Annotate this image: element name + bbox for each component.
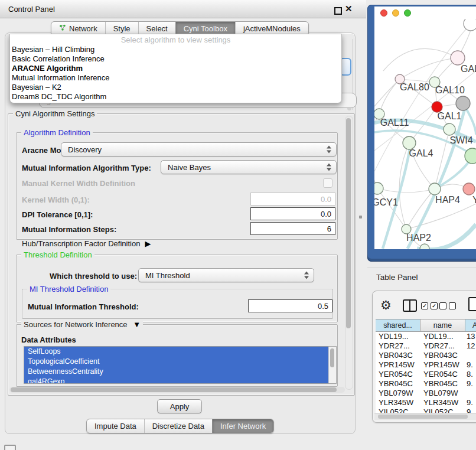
table-hscrollbar-thumb[interactable] (378, 415, 468, 419)
which-threshold-combo[interactable]: MI Threshold (138, 268, 314, 282)
table-row[interactable]: YBR045CYBR045C9. (376, 379, 476, 389)
select-all-columns-icon[interactable]: ✓ ✓ (421, 302, 438, 309)
attributes-scrollbar-track[interactable] (328, 347, 336, 383)
tab-label: Cyni Toolbox (184, 24, 227, 33)
table-row[interactable]: YLR345WYLR345W9. (376, 398, 476, 407)
network-node[interactable] (464, 19, 476, 31)
kernel-width-value: 0.0 (321, 195, 331, 204)
table-cell (465, 389, 476, 398)
table-cell: YPR145W (420, 360, 465, 370)
attributes-scrollbar-thumb[interactable] (330, 348, 334, 367)
apply-button[interactable]: Apply (157, 399, 202, 413)
network-node-swi4[interactable] (465, 148, 476, 164)
network-edge[interactable] (406, 204, 476, 229)
network-node[interactable] (456, 96, 470, 110)
window-close-traffic-light[interactable] (380, 9, 387, 17)
network-node[interactable] (444, 123, 455, 135)
table-row[interactable]: YIL052CYIL052C9. (376, 407, 476, 413)
sources-legend[interactable]: Sources for Network Inference ▼ (21, 320, 143, 329)
network-node-y[interactable] (463, 183, 475, 195)
attribute-item-gal4rgexp[interactable]: gal4RGexp (24, 377, 328, 384)
minimized-panel-icon[interactable] (4, 445, 16, 450)
table-settings-gear-icon[interactable]: ⚙ (380, 298, 392, 313)
table-row[interactable]: YDL19...YDL19...13 (376, 332, 476, 341)
table-cell: YBL079W (420, 389, 465, 398)
algorithm-definition-legend: Algorithm Definition (21, 128, 93, 137)
mi-threshold-value: 0.5 (318, 302, 328, 311)
algorithm-item-dream8-dc-tdc-algorithm[interactable]: Dream8 DC_TDC Algorithm (10, 92, 341, 102)
mi-type-combo[interactable]: Naive Bayes (161, 160, 337, 174)
tab-infer-network[interactable]: Infer Network (212, 419, 273, 433)
algorithm-item-bayesian-hill-climbing[interactable]: Bayesian – Hill Climbing (10, 45, 341, 54)
algorithm-dropdown-popup: Select algorithm to view settings Bayesi… (9, 34, 342, 103)
network-node-gal[interactable] (451, 51, 465, 65)
algorithm-item-mutual-information-inference[interactable]: Mutual Information Inference (10, 73, 341, 83)
tab-label: Discretize Data (152, 422, 204, 431)
dpi-tolerance-field[interactable]: 0.0 (250, 207, 335, 220)
column-header-shared[interactable]: shared... (376, 319, 420, 332)
mi-threshold-label: Mutual Information Threshold: (28, 302, 139, 311)
float-window-icon[interactable] (334, 7, 342, 15)
close-icon[interactable]: ✕ (345, 4, 353, 14)
window-zoom-traffic-light[interactable] (404, 9, 411, 17)
algorithm-item-bayesian-k2[interactable]: Bayesian – K2 (10, 83, 341, 92)
table-hscrollbar-track[interactable] (374, 413, 476, 420)
network-node-gal4[interactable] (403, 136, 416, 149)
network-canvas[interactable]: GALGAL80GAL10GAL1GAL11SWI4GAL4GCY1HAP4YH… (374, 19, 476, 249)
kernel-width-field[interactable]: 0.0 (250, 193, 335, 206)
network-edge[interactable] (400, 58, 458, 79)
network-node-gcy1[interactable] (374, 182, 383, 194)
column-header-a[interactable]: A (465, 319, 476, 332)
settings-scrollbar-thumb[interactable] (346, 118, 351, 328)
checked-box-icon: ✓ (431, 302, 438, 309)
table-cell: YIL052C (376, 407, 420, 413)
data-attributes-label: Data Attributes (21, 335, 76, 344)
mi-threshold-legend: MI Threshold Definition (27, 285, 110, 294)
node-label-gal: GAL (461, 64, 476, 74)
window-minimize-traffic-light[interactable] (392, 9, 399, 17)
network-edge[interactable] (377, 188, 435, 193)
algorithm-item-basic-correlation-inference[interactable]: Basic Correlation Inference (10, 54, 341, 64)
network-node-hap4[interactable] (429, 183, 441, 195)
dpi-tolerance-value: 0.0 (321, 210, 331, 219)
column-layout-icon[interactable] (403, 299, 417, 312)
hub-definition-toggle[interactable]: Hub/Transcription Factor Definition ▶ (22, 239, 151, 248)
network-edge[interactable] (374, 114, 379, 188)
new-table-icon[interactable] (468, 297, 476, 311)
network-edge[interactable] (374, 79, 400, 106)
table-cell: YDR27... (376, 341, 420, 351)
kernel-width-label: Kernel Width (0,1): (22, 195, 90, 204)
aracne-mode-combo[interactable]: Discovery (61, 142, 337, 156)
settings-hscrollbar-thumb[interactable] (11, 387, 337, 392)
network-edge[interactable] (379, 79, 400, 114)
mi-steps-field[interactable]: 6 (250, 222, 335, 235)
mi-steps-label: Mutual Information Steps: (22, 225, 116, 234)
table-cell: YBR045C (376, 379, 420, 389)
attribute-item-selfloops[interactable]: SelfLoops (24, 347, 328, 357)
manual-kernel-checkbox[interactable] (323, 178, 332, 188)
panel-splitter-handle[interactable] (359, 216, 362, 219)
node-label-gal1: GAL1 (438, 111, 462, 121)
deselect-all-columns-icon[interactable] (439, 302, 456, 309)
algorithm-item-aracne-algorithm[interactable]: ARACNE Algorithm (10, 64, 341, 73)
unchecked-box-icon (449, 302, 456, 309)
table-row[interactable]: YBL079WYBL079W (376, 389, 476, 398)
tab-discretize-data[interactable]: Discretize Data (144, 419, 212, 433)
settings-hscrollbar-track[interactable] (9, 387, 345, 393)
settings-scrollbar-track[interactable] (345, 116, 353, 390)
table-cell: 9. (465, 379, 476, 389)
tab-impute-data[interactable]: Impute Data (87, 419, 144, 433)
attribute-item-topologicalcoefficient[interactable]: TopologicalCoefficient (24, 357, 328, 367)
table-row[interactable]: YBR043CYBR043C (376, 351, 476, 360)
table-cell: YIL052C (420, 407, 465, 413)
table-row[interactable]: YPR145WYPR145W9. (376, 360, 476, 370)
column-header-name[interactable]: name (420, 319, 465, 332)
checked-box-icon: ✓ (421, 302, 428, 309)
network-node[interactable] (420, 244, 429, 249)
table-cell: 9. (465, 407, 476, 413)
table-cell: YER054C (420, 370, 465, 379)
table-row[interactable]: YDR27...YDR27...12 (376, 341, 476, 351)
attribute-item-betweennesscentrality[interactable]: BetweennessCentrality (24, 367, 328, 377)
mi-threshold-field[interactable]: 0.5 (248, 299, 332, 312)
table-row[interactable]: YER054CYER054C8. (376, 370, 476, 379)
